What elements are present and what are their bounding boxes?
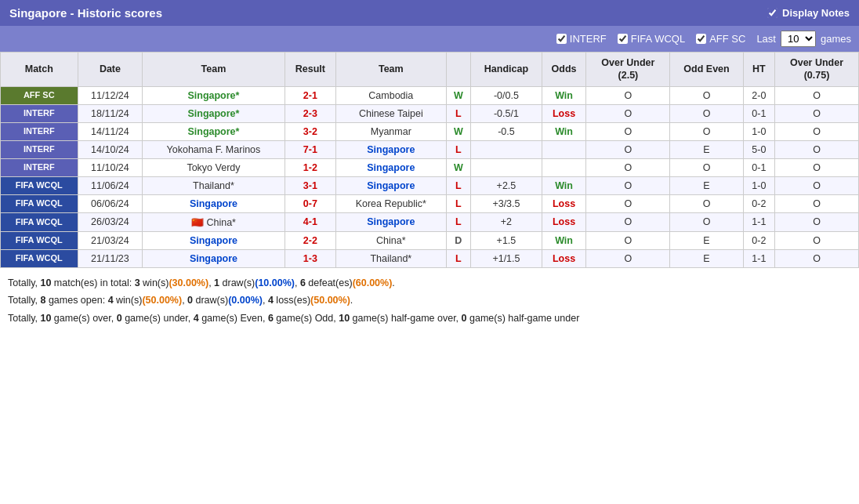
oe-cell: O — [670, 86, 743, 104]
team2-cell[interactable]: Singapore — [336, 212, 447, 231]
odds-cell — [542, 140, 586, 158]
team2-cell[interactable]: Korea Republic* — [336, 194, 447, 212]
wdl-cell: W — [446, 158, 471, 176]
ou075-cell: O — [775, 194, 859, 212]
wdl-cell: D — [446, 231, 471, 249]
col-date: Date — [78, 53, 143, 87]
ou25-cell: O — [586, 158, 670, 176]
result-cell: 0-7 — [285, 194, 335, 212]
ou25-cell: O — [586, 104, 670, 122]
oe-cell: E — [670, 231, 743, 249]
oe-cell: E — [670, 249, 743, 267]
interf-filter[interactable]: INTERF — [556, 33, 607, 45]
ht-cell: 1-1 — [743, 249, 774, 267]
col-oe: Odd Even — [670, 53, 743, 87]
team1-cell[interactable]: Tokyo Verdy — [143, 158, 285, 176]
team2-cell[interactable]: Singapore — [336, 140, 447, 158]
ou075-cell: O — [775, 104, 859, 122]
team1-cell[interactable]: Singapore* — [143, 86, 285, 104]
match-type-cell: INTERF — [1, 122, 78, 140]
handicap-cell: +2.5 — [471, 176, 542, 194]
date-cell: 26/03/24 — [78, 212, 143, 231]
team1-cell[interactable]: Singapore — [143, 249, 285, 267]
ht-cell: 1-0 — [743, 122, 774, 140]
team2-cell[interactable]: Myanmar — [336, 122, 447, 140]
summary-section: Totally, 10 match(es) in total: 3 win(s)… — [0, 268, 859, 334]
team2-cell[interactable]: Thailand* — [336, 249, 447, 267]
team2-cell[interactable]: China* — [336, 231, 447, 249]
result-cell: 1-2 — [285, 158, 335, 176]
ou25-cell: O — [586, 122, 670, 140]
ou075-cell: O — [775, 122, 859, 140]
result-cell: 2-3 — [285, 104, 335, 122]
ht-cell: 1-0 — [743, 176, 774, 194]
oe-cell: E — [670, 140, 743, 158]
oe-cell: O — [670, 212, 743, 231]
page-title: Singapore - Historic scores — [9, 6, 162, 20]
fifa-wcql-filter[interactable]: FIFA WCQL — [618, 33, 685, 45]
wdl-cell: L — [446, 104, 471, 122]
ou075-cell: O — [775, 249, 859, 267]
oe-cell: O — [670, 158, 743, 176]
odds-cell: Win — [542, 231, 586, 249]
ou25-cell: O — [586, 140, 670, 158]
match-type-cell: INTERF — [1, 104, 78, 122]
ou075-cell: O — [775, 140, 859, 158]
wdl-cell: L — [446, 249, 471, 267]
aff-sc-filter[interactable]: AFF SC — [696, 33, 745, 45]
games-label: games — [821, 33, 851, 45]
team1-cell[interactable]: Singapore* — [143, 122, 285, 140]
team1-cell[interactable]: Yokohama F. Marinos — [143, 140, 285, 158]
handicap-cell: +3/3.5 — [471, 194, 542, 212]
col-match: Match — [1, 53, 78, 87]
table-row: INTERF14/10/24Yokohama F. Marinos7-1Sing… — [1, 140, 859, 158]
wdl-cell: L — [446, 212, 471, 231]
col-ou25: Over Under(2.5) — [586, 53, 670, 87]
fifa-wcql-label: FIFA WCQL — [631, 33, 685, 45]
last-label: Last — [756, 33, 776, 45]
ou25-cell: O — [586, 212, 670, 231]
wdl-cell: L — [446, 194, 471, 212]
team1-cell[interactable]: 🇨🇳 China* — [143, 212, 285, 231]
display-notes-label: Display Notes — [782, 7, 850, 19]
team1-cell[interactable]: Singapore — [143, 231, 285, 249]
ou25-cell: O — [586, 86, 670, 104]
ht-cell: 1-1 — [743, 212, 774, 231]
match-type-cell: AFF SC — [1, 86, 78, 104]
odds-cell: Win — [542, 86, 586, 104]
team2-cell[interactable]: Cambodia — [336, 86, 447, 104]
wdl-cell: W — [446, 122, 471, 140]
date-cell: 06/06/24 — [78, 194, 143, 212]
team2-cell[interactable]: Singapore — [336, 176, 447, 194]
date-cell: 18/11/24 — [78, 104, 143, 122]
team2-cell[interactable]: Singapore — [336, 158, 447, 176]
result-cell: 3-2 — [285, 122, 335, 140]
ou25-cell: O — [586, 194, 670, 212]
handicap-cell — [471, 158, 542, 176]
col-odds: Odds — [542, 53, 586, 87]
summary-line3: Totally, 10 game(s) over, 0 game(s) unde… — [8, 310, 851, 328]
ht-cell: 0-1 — [743, 104, 774, 122]
table-row: FIFA WCQL21/03/24Singapore2-2China*D+1.5… — [1, 231, 859, 249]
match-type-cell: FIFA WCQL — [1, 176, 78, 194]
team2-cell[interactable]: Chinese Taipei — [336, 104, 447, 122]
table-row: FIFA WCQL11/06/24Thailand*3-1SingaporeL+… — [1, 176, 859, 194]
summary-line1: Totally, 10 match(es) in total: 3 win(s)… — [8, 274, 851, 292]
col-ht: HT — [743, 53, 774, 87]
date-cell: 11/10/24 — [78, 158, 143, 176]
team1-cell[interactable]: Singapore — [143, 194, 285, 212]
scores-table: Match Date Team Result Team Handicap Odd… — [0, 52, 859, 268]
result-cell: 2-1 — [285, 86, 335, 104]
ou075-cell: O — [775, 86, 859, 104]
display-notes-checkbox[interactable] — [767, 8, 777, 18]
match-type-cell: FIFA WCQL — [1, 194, 78, 212]
date-cell: 11/12/24 — [78, 86, 143, 104]
wdl-cell: L — [446, 176, 471, 194]
last-games-select[interactable]: 10 5 15 20 30 — [781, 31, 816, 47]
wdl-cell: L — [446, 140, 471, 158]
col-ou075: Over Under(0.75) — [775, 53, 859, 87]
team1-cell[interactable]: Thailand* — [143, 176, 285, 194]
match-type-cell: INTERF — [1, 158, 78, 176]
team1-cell[interactable]: Singapore* — [143, 104, 285, 122]
ou075-cell: O — [775, 158, 859, 176]
